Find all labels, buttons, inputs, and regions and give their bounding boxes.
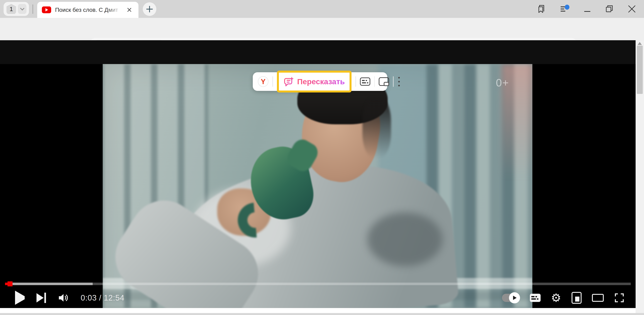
volume-button[interactable]: [58, 292, 69, 303]
tab-list-dropdown[interactable]: [18, 4, 26, 14]
plus-icon: [146, 5, 154, 13]
yandex-y-button[interactable]: Y: [258, 76, 268, 87]
video-frame[interactable]: [103, 64, 532, 308]
chevron-down-icon: [20, 6, 24, 10]
page-below-player: [0, 308, 636, 313]
speaker-icon: [58, 292, 69, 303]
y-letter: Y: [261, 78, 266, 86]
tab-counter-group[interactable]: 1: [4, 2, 29, 16]
captions-button[interactable]: [530, 294, 540, 302]
tabbar-divider: [32, 4, 33, 14]
scroll-up-icon[interactable]: [638, 42, 642, 45]
progress-scrubber[interactable]: [8, 281, 12, 286]
tab-bar: 1 Поиск без слов. С Дмит: [0, 0, 644, 18]
player-controls-right: ⚙: [502, 288, 624, 308]
tab-counter-badge[interactable]: 1: [6, 4, 16, 14]
subtitles-icon[interactable]: [360, 78, 370, 86]
fullscreen-icon[interactable]: [614, 293, 624, 303]
play-button[interactable]: [15, 296, 25, 300]
tab-close-icon[interactable]: [126, 7, 132, 13]
progress-buffered: [5, 282, 93, 285]
overlay-more-icon[interactable]: [398, 77, 400, 86]
player-controls-left: 0:03 / 12:54: [15, 288, 124, 308]
theater-mode-icon[interactable]: [592, 294, 604, 302]
next-button[interactable]: [36, 293, 46, 303]
tab-title-wrap: Поиск без слов. С Дмит: [55, 6, 125, 13]
browser-window: 1 Поиск без слов. С Дмит: [0, 0, 644, 315]
window-controls: [538, 0, 636, 18]
next-icon: [36, 293, 44, 302]
youtube-favicon-icon: [42, 6, 51, 13]
progress-bar[interactable]: [5, 282, 631, 285]
active-tab[interactable]: Поиск без слов. С Дмит: [37, 2, 138, 18]
yandex-overlay-toolbar: Y Пересказать: [253, 72, 387, 91]
new-tab-button[interactable]: [143, 2, 156, 16]
resay-button[interactable]: Пересказать: [277, 71, 352, 92]
play-icon: [15, 291, 25, 305]
resay-label: Пересказать: [297, 77, 345, 86]
miniplayer-icon[interactable]: [572, 292, 582, 304]
close-window-icon[interactable]: [628, 5, 636, 13]
youtube-header: YouTube RU Войти: [0, 40, 636, 64]
autoplay-knob-icon: [509, 292, 520, 303]
overlay-divider: [393, 76, 394, 87]
restore-window-icon[interactable]: [605, 5, 614, 13]
video-player[interactable]: Y Пересказать: [0, 64, 636, 308]
window-bottom-edge: [0, 313, 644, 315]
address-bar: Я www.youtube.com Поиск без слов. С Дмит…: [0, 18, 644, 40]
scrollbar[interactable]: [636, 40, 644, 313]
autoplay-toggle[interactable]: [502, 294, 520, 302]
scrollbar-thumb[interactable]: [637, 46, 643, 94]
age-rating: 0+: [496, 76, 509, 89]
settings-gear-icon[interactable]: ⚙: [551, 292, 561, 304]
side-panels-icon[interactable]: [538, 5, 546, 13]
overlay-divider: [356, 76, 356, 87]
overlay-divider: [272, 76, 273, 87]
overlay-divider: [374, 76, 375, 87]
time-display: 0:03 / 12:54: [81, 293, 124, 302]
picture-in-picture-icon[interactable]: [379, 77, 389, 86]
resay-bubble-icon: [284, 76, 294, 87]
tab-title: Поиск без слов. С Дмит: [55, 6, 118, 13]
minimize-icon[interactable]: [584, 5, 591, 13]
browser-menu-icon[interactable]: [560, 5, 570, 13]
